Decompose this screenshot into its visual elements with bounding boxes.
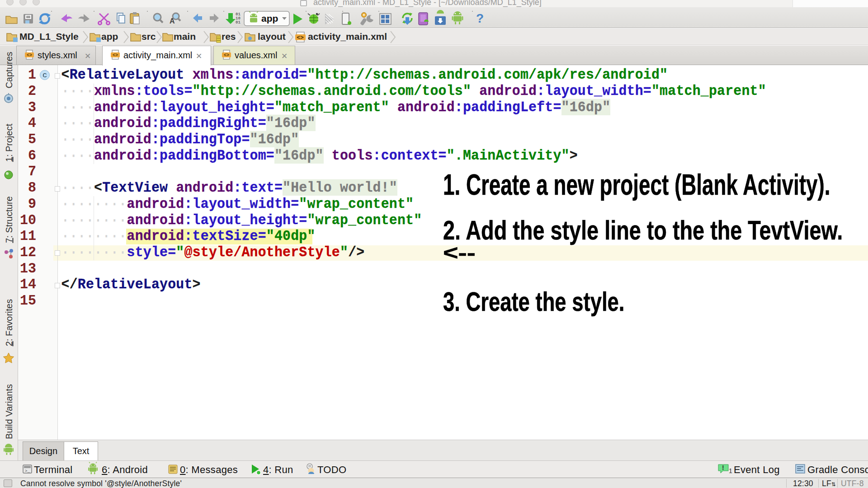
svg-text:01: 01 xyxy=(236,20,241,25)
svg-text:>_: >_ xyxy=(25,469,30,474)
svg-text:app: app xyxy=(261,13,278,23)
svg-text:1: 1 xyxy=(729,467,732,474)
svg-text:!: ! xyxy=(722,464,724,471)
svg-text:<>: <> xyxy=(297,34,304,41)
svg-text:?: ? xyxy=(476,11,484,25)
svg-text:<>: <> xyxy=(27,53,32,58)
svg-text:A: A xyxy=(170,17,175,25)
